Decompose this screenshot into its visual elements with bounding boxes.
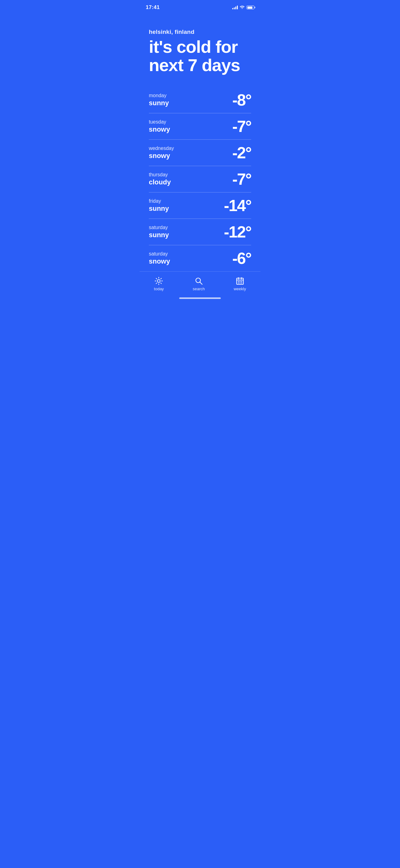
day-name: saturday (149, 225, 169, 230)
calendar-icon (236, 277, 244, 285)
day-condition: cloudy (149, 178, 171, 186)
svg-rect-19 (239, 282, 240, 283)
day-condition: sunny (149, 231, 169, 239)
status-icons (232, 6, 254, 9)
battery-icon (246, 6, 254, 9)
weather-row: saturday snowy -6° (149, 245, 251, 271)
svg-point-0 (158, 279, 160, 282)
weather-list: monday sunny -8° tuesday snowy -7° wedne… (149, 87, 251, 271)
day-temp: -12° (224, 224, 251, 240)
signal-icon (232, 6, 238, 9)
day-condition: sunny (149, 205, 169, 213)
svg-line-5 (156, 278, 157, 279)
day-info: saturday sunny (149, 225, 169, 239)
svg-line-7 (161, 278, 162, 279)
main-content: helsinki, finland it's cold for next 7 d… (139, 13, 261, 271)
wifi-icon (240, 6, 245, 9)
nav-label-search: search (193, 286, 205, 291)
svg-rect-15 (238, 281, 239, 282)
nav-label-today: today (154, 286, 164, 291)
day-name: wednesday (149, 146, 174, 151)
svg-line-10 (200, 282, 202, 284)
weather-row: monday sunny -8° (149, 87, 251, 113)
weather-row: friday sunny -14° (149, 192, 251, 219)
day-info: tuesday snowy (149, 119, 170, 133)
day-info: friday sunny (149, 198, 169, 213)
nav-item-today[interactable]: today (148, 275, 170, 292)
day-temp: -7° (232, 118, 251, 134)
nav-label-weekly: weekly (234, 286, 246, 291)
day-temp: -2° (232, 145, 251, 161)
day-temp: -14° (224, 197, 251, 214)
day-info: wednesday snowy (149, 146, 174, 160)
day-name: tuesday (149, 119, 170, 125)
weather-row: thursday cloudy -7° (149, 166, 251, 192)
svg-line-8 (156, 283, 157, 283)
day-temp: -7° (232, 171, 251, 187)
day-condition: snowy (149, 257, 170, 266)
day-condition: sunny (149, 99, 169, 107)
day-condition: snowy (149, 125, 170, 133)
day-condition: snowy (149, 152, 174, 160)
location-label: helsinki, finland (149, 29, 251, 35)
sun-icon (155, 277, 163, 285)
weather-row: saturday sunny -12° (149, 219, 251, 245)
day-name: thursday (149, 172, 171, 178)
day-name: monday (149, 93, 169, 98)
search-icon (194, 277, 203, 285)
day-info: thursday cloudy (149, 172, 171, 186)
weather-row: tuesday snowy -7° (149, 113, 251, 140)
home-indicator (139, 295, 261, 302)
svg-rect-18 (238, 282, 239, 283)
svg-rect-16 (239, 281, 240, 282)
day-info: monday sunny (149, 93, 169, 107)
day-temp: -8° (232, 92, 251, 108)
day-info: saturday snowy (149, 251, 170, 266)
svg-rect-20 (241, 282, 242, 283)
bottom-nav: today search (139, 271, 261, 295)
day-temp: -6° (232, 250, 251, 266)
nav-item-search[interactable]: search (187, 275, 211, 292)
status-time: 17:41 (146, 4, 160, 10)
svg-rect-17 (241, 281, 242, 282)
svg-line-6 (161, 283, 162, 283)
day-name: saturday (149, 251, 170, 257)
home-bar (179, 298, 221, 299)
nav-item-weekly[interactable]: weekly (228, 275, 253, 292)
headline-text: it's cold for next 7 days (149, 38, 251, 74)
day-name: friday (149, 198, 169, 204)
status-bar: 17:41 (139, 0, 261, 13)
weather-row: wednesday snowy -2° (149, 140, 251, 166)
